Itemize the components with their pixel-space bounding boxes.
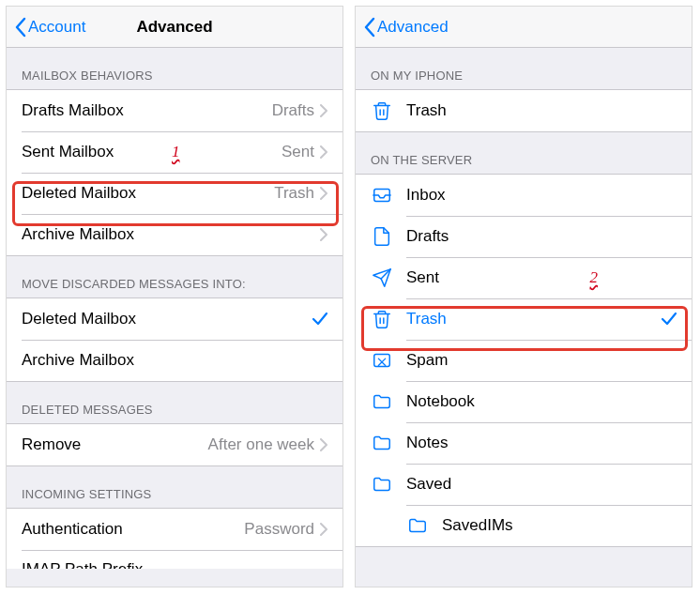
folder-icon (371, 432, 393, 454)
checkmark-icon (662, 313, 677, 326)
cell-label: Inbox (406, 186, 677, 205)
left-phone: Account Advanced MAILBOX BEHAVIORS Draft… (6, 6, 343, 587)
svg-rect-0 (374, 355, 390, 367)
chevron-right-icon (320, 438, 327, 451)
navbar: Advanced (356, 7, 692, 48)
move-deleted-cell[interactable]: Deleted Mailbox (7, 298, 342, 340)
section-header-move: MOVE DISCARDED MESSAGES INTO: (7, 256, 342, 298)
spam-icon (371, 349, 393, 372)
server-spam-cell[interactable]: Spam (356, 340, 692, 381)
trash-icon (371, 308, 393, 330)
server-drafts-cell[interactable]: Drafts (356, 216, 692, 257)
cell-label: Drafts (406, 227, 677, 246)
drafts-mailbox-cell[interactable]: Drafts Mailbox Drafts (7, 90, 342, 131)
cell-label: Archive Mailbox (22, 351, 327, 370)
cell-value: Sent (282, 143, 314, 161)
server-savedims-cell[interactable]: SavedIMs (356, 505, 692, 546)
cell-label: Authentication (22, 520, 244, 539)
server-notes-cell[interactable]: Notes (356, 422, 692, 464)
checkmark-icon (312, 313, 327, 326)
deleted-messages-group: Remove After one week (7, 423, 342, 466)
local-trash-cell[interactable]: Trash (356, 90, 692, 131)
cell-label: Sent Mailbox (22, 143, 282, 161)
folder-icon (371, 390, 393, 413)
on-my-iphone-group: Trash (356, 89, 692, 132)
deleted-mailbox-cell[interactable]: Deleted Mailbox Trash (7, 173, 342, 214)
on-the-server-group: Inbox Drafts Sent 2 Trash Spam (356, 174, 692, 547)
imap-path-prefix-cell[interactable]: IMAP Path Prefix (7, 550, 342, 569)
server-trash-cell[interactable]: Trash (356, 298, 692, 340)
remove-cell[interactable]: Remove After one week (7, 424, 342, 465)
section-header-incoming: INCOMING SETTINGS (7, 466, 342, 508)
server-saved-cell[interactable]: Saved (356, 464, 692, 505)
back-button[interactable]: Account (14, 17, 85, 38)
cell-label: Notes (406, 434, 677, 452)
section-header-deleted: DELETED MESSAGES (7, 382, 342, 423)
move-discarded-group: Deleted Mailbox Archive Mailbox (7, 298, 342, 382)
cell-label: Notebook (406, 392, 677, 411)
cell-label: Spam (406, 351, 677, 370)
chevron-right-icon (320, 523, 327, 536)
back-label: Advanced (377, 18, 449, 37)
folder-icon (406, 514, 429, 537)
cell-value: After one week (208, 435, 314, 454)
cell-label-truncated: IMAP Path Prefix (22, 560, 327, 569)
section-header-on-my-iphone: ON MY IPHONE (356, 48, 692, 89)
back-button[interactable]: Advanced (363, 17, 449, 38)
chevron-right-icon (320, 145, 327, 159)
right-phone: Advanced ON MY IPHONE Trash ON THE SERVE… (355, 6, 692, 587)
folder-icon (371, 473, 393, 496)
cell-value: Password (244, 520, 314, 539)
cell-label: Deleted Mailbox (22, 310, 312, 328)
back-label: Account (28, 18, 85, 37)
server-inbox-cell[interactable]: Inbox (356, 175, 692, 216)
cell-label: Sent (406, 268, 677, 287)
authentication-cell[interactable]: Authentication Password (7, 509, 342, 550)
cell-label: Archive Mailbox (22, 225, 320, 244)
cell-label: Saved (406, 475, 677, 494)
chevron-right-icon (320, 228, 327, 241)
cell-label: Trash (406, 101, 677, 120)
cell-label: Deleted Mailbox (22, 184, 274, 203)
file-icon (371, 225, 393, 248)
inbox-icon (371, 184, 393, 206)
server-notebook-cell[interactable]: Notebook (356, 381, 692, 422)
chevron-right-icon (320, 104, 327, 117)
incoming-group: Authentication Password IMAP Path Prefix (7, 508, 342, 569)
section-header-on-the-server: ON THE SERVER (356, 132, 692, 174)
cell-label: SavedIMs (442, 516, 677, 535)
send-icon (371, 267, 393, 289)
chevron-left-icon (14, 17, 26, 38)
trash-icon (371, 99, 393, 122)
cell-label: Trash (406, 310, 662, 328)
cell-value: Trash (274, 184, 314, 203)
navbar: Account Advanced (7, 7, 342, 48)
archive-mailbox-cell[interactable]: Archive Mailbox (7, 214, 342, 255)
server-sent-cell[interactable]: Sent 2 (356, 257, 692, 298)
cell-label: Drafts Mailbox (22, 101, 272, 120)
chevron-left-icon (363, 17, 375, 38)
cell-label: Remove (22, 435, 208, 454)
chevron-right-icon (320, 187, 327, 200)
section-header-behaviors: MAILBOX BEHAVIORS (7, 48, 342, 89)
behaviors-group: Drafts Mailbox Drafts Sent Mailbox 1 Sen… (7, 89, 342, 256)
move-archive-cell[interactable]: Archive Mailbox (7, 340, 342, 381)
cell-value: Drafts (272, 101, 314, 120)
sent-mailbox-cell[interactable]: Sent Mailbox 1 Sent (7, 131, 342, 173)
